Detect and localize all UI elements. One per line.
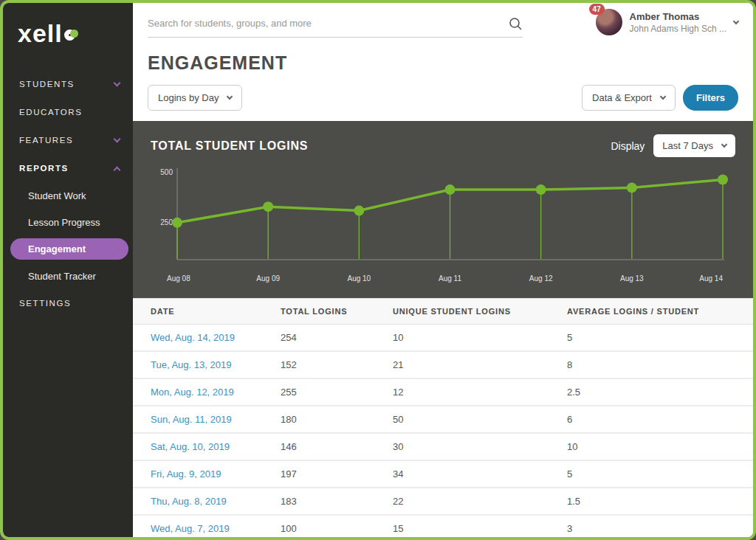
sidebar-nav: STUDENTSEDUCATORSFEATURESREPORTSStudent …	[3, 70, 133, 317]
table-row: Sat, Aug. 10, 20191463010	[133, 434, 753, 461]
table-date-link[interactable]: Thu, Aug. 8, 2019	[151, 496, 227, 507]
data-point	[627, 182, 637, 193]
chevron-up-icon	[114, 166, 121, 173]
table-row: Wed, Aug. 7, 2019100153	[133, 516, 753, 537]
view-select-label: Logins by Day	[158, 92, 219, 103]
user-menu[interactable]: 47 Amber Thomas John Adams High Sch ...	[596, 9, 738, 35]
sidebar-item-label: SETTINGS	[19, 299, 71, 308]
sidebar-item-settings[interactable]: SETTINGS	[3, 289, 133, 317]
table-date-link[interactable]: Mon, Aug. 12, 2019	[151, 387, 234, 398]
data-point	[263, 201, 273, 212]
filters-button[interactable]: Filters	[683, 85, 738, 111]
cell-total-logins: 183	[281, 496, 393, 507]
cell-average-logins: 2.5	[567, 387, 753, 398]
sidebar-item-label: Student Work	[28, 190, 86, 201]
cell-average-logins: 1.5	[567, 496, 753, 507]
table-row: Sun, Aug. 11, 2019180506	[133, 406, 753, 434]
table-date-link[interactable]: Wed, Aug. 14, 2019	[151, 332, 235, 343]
cell-unique-logins: 10	[393, 332, 567, 343]
sidebar-item-label: STUDENTS	[19, 80, 75, 89]
sidebar-item-features[interactable]: FEATURES	[3, 126, 133, 154]
chevron-down-icon	[721, 142, 727, 148]
sidebar: xell STUDENTSEDUCATORSFEATURESREPORTSStu…	[3, 3, 133, 537]
chevron-down-icon	[114, 136, 121, 143]
sidebar-item-students[interactable]: STUDENTS	[3, 70, 133, 98]
data-point	[354, 205, 364, 215]
chevron-down-icon	[227, 93, 233, 99]
chevron-down-icon	[114, 80, 121, 87]
page-title: ENGAGEMENT	[148, 52, 753, 74]
table-row: Mon, Aug. 12, 2019255122.5	[133, 379, 753, 406]
cell-total-logins: 100	[281, 523, 393, 534]
sidebar-item-label: EDUCATORS	[19, 108, 83, 117]
xello-logo[interactable]: xell	[18, 19, 133, 48]
main-area: 47 Amber Thomas John Adams High Sch ... …	[133, 3, 753, 537]
user-name: Amber Thomas	[630, 11, 726, 22]
notification-badge: 47	[589, 4, 605, 15]
search-field[interactable]	[148, 10, 523, 38]
table-date-link[interactable]: Tue, Aug. 13, 2019	[151, 359, 231, 370]
topbar: 47 Amber Thomas John Adams High Sch ...	[133, 3, 753, 42]
cell-unique-logins: 22	[393, 496, 567, 507]
display-group: Display Last 7 Days	[611, 134, 735, 157]
cell-total-logins: 146	[281, 441, 393, 452]
cell-total-logins: 197	[281, 468, 393, 480]
table-row: Thu, Aug. 8, 2019183221.5	[133, 488, 753, 516]
sidebar-item-engagement[interactable]: Engagement	[10, 238, 128, 260]
cell-total-logins: 152	[281, 359, 393, 370]
sidebar-item-label: Engagement	[28, 243, 86, 255]
logins-line-chart: 250500Aug 08Aug 09Aug 10Aug 11Aug 12Aug …	[151, 162, 735, 289]
data-export-dropdown[interactable]: Data & Export	[582, 85, 676, 111]
search-icon[interactable]	[508, 16, 523, 31]
x-tick-label: Aug 14	[699, 274, 723, 283]
data-point	[718, 174, 728, 184]
column-header-total-logins: TOTAL LOGINS	[281, 307, 393, 316]
table-date-link[interactable]: Sat, Aug. 10, 2019	[151, 441, 230, 452]
chart-title: TOTAL STUDENT LOGINS	[151, 139, 308, 153]
sidebar-item-educators[interactable]: EDUCATORS	[3, 98, 133, 126]
display-range-value: Last 7 Days	[662, 140, 713, 151]
data-point	[172, 218, 182, 228]
chevron-down-icon[interactable]	[733, 18, 739, 24]
user-info: Amber Thomas John Adams High Sch ...	[630, 11, 726, 34]
logo-text: xell	[18, 19, 63, 48]
cell-unique-logins: 21	[393, 359, 567, 370]
table-date-link[interactable]: Wed, Aug. 7, 2019	[151, 523, 230, 534]
table-date-link[interactable]: Fri, Aug. 9, 2019	[151, 468, 221, 480]
x-tick-label: Aug 12	[529, 274, 553, 283]
cell-unique-logins: 34	[393, 468, 567, 480]
x-tick-label: Aug 11	[439, 274, 461, 283]
cell-total-logins: 254	[281, 332, 393, 343]
cell-unique-logins: 50	[393, 414, 567, 425]
chart-header: TOTAL STUDENT LOGINS Display Last 7 Days	[151, 133, 735, 159]
cell-average-logins: 6	[567, 414, 753, 425]
table-row: Fri, Aug. 9, 2019197345	[133, 461, 753, 488]
sidebar-item-lesson-progress[interactable]: Lesson Progress	[3, 209, 133, 235]
cell-unique-logins: 12	[393, 387, 567, 398]
x-tick-label: Aug 10	[347, 274, 371, 283]
sidebar-item-label: Lesson Progress	[28, 217, 100, 228]
column-header-date: DATE	[151, 307, 281, 316]
table-row: Wed, Aug. 14, 2019254105	[133, 325, 753, 352]
sidebar-item-label: Student Tracker	[28, 271, 96, 282]
table-body: Wed, Aug. 14, 2019254105Tue, Aug. 13, 20…	[133, 325, 753, 537]
chevron-down-icon	[660, 93, 666, 99]
sidebar-item-label: REPORTS	[19, 164, 69, 173]
x-tick-label: Aug 09	[256, 274, 280, 283]
sidebar-item-student-tracker[interactable]: Student Tracker	[3, 263, 133, 289]
cell-unique-logins: 15	[393, 523, 567, 534]
display-range-dropdown[interactable]: Last 7 Days	[653, 134, 735, 157]
logo-o-icon	[64, 30, 75, 41]
sidebar-item-student-work[interactable]: Student Work	[3, 182, 133, 209]
view-select-dropdown[interactable]: Logins by Day	[148, 85, 242, 111]
data-export-label: Data & Export	[592, 92, 652, 103]
cell-total-logins: 255	[281, 387, 393, 398]
cell-average-logins: 5	[567, 468, 753, 480]
x-tick-label: Aug 13	[620, 274, 644, 283]
search-input[interactable]	[148, 18, 508, 29]
table-date-link[interactable]: Sun, Aug. 11, 2019	[151, 414, 232, 425]
controls-right: Data & Export Filters	[582, 85, 738, 111]
cell-average-logins: 8	[567, 359, 753, 370]
sidebar-item-reports[interactable]: REPORTS	[3, 154, 133, 182]
cell-average-logins: 5	[567, 332, 753, 343]
